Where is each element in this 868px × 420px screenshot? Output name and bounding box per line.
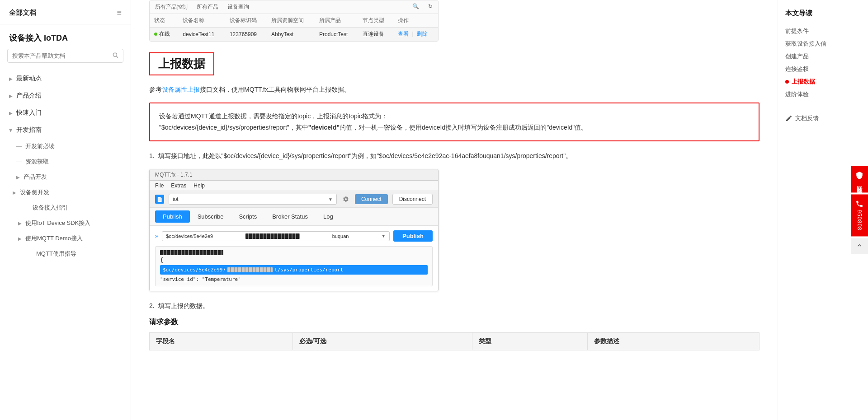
cell-space: AbbyTest <box>267 28 315 41</box>
security-button[interactable]: 网站安全防护 <box>851 166 868 192</box>
mqtt-topic-row: » $oc/devices/5e4e2e9 buquan ▼ Publish <box>155 230 433 242</box>
sidebar: 全部文档 ≡ 设备接入 IoTDA ▶ 最新动态 ▶ 产品介绍 ▶ 快速入门 ▶… <box>0 0 131 420</box>
search-box[interactable] <box>7 49 123 63</box>
sidebar-item-devicedev[interactable]: ▶ 设备侧开发 <box>0 185 131 200</box>
connect-button[interactable]: Connect <box>355 194 388 204</box>
mqtt-topic-input[interactable]: iot ▼ <box>169 194 337 205</box>
info-text-1: 设备若通过MQTT通道上报数据，需要发给指定的topic，上报消息的topic格… <box>159 111 750 133</box>
col-ops: 操作 <box>393 14 438 28</box>
sidebar-item-mqtt-guide[interactable]: MQTT使用指导 <box>0 246 131 261</box>
tab-log[interactable]: Log <box>316 210 341 223</box>
payload-service: "service_id": "Temperature" <box>160 276 428 282</box>
svg-line-1 <box>117 56 118 58</box>
sidebar-item-quickstart[interactable]: ▶ 快速入门 <box>0 104 131 121</box>
hamburger-icon[interactable]: ≡ <box>117 8 122 18</box>
cell-status: 在线 <box>150 28 178 41</box>
sidebar-item-prereq[interactable]: 开发前必读 <box>0 139 131 154</box>
sidebar-item-mqtt-demo[interactable]: ▶ 使用MQTT Demo接入 <box>0 231 131 246</box>
doc-feedback-item[interactable]: 文档反馈 <box>785 114 819 122</box>
col-type: 类型 <box>472 332 588 350</box>
topic-masked <box>245 233 300 239</box>
sidebar-item-devguide[interactable]: ▶ 开发指南 <box>0 121 131 139</box>
toc-item-createproduct[interactable]: 创建产品 <box>785 50 861 63</box>
sidebar-item-resource[interactable]: 资源获取 <box>0 154 131 169</box>
sidebar-item-label: MQTT使用指导 <box>36 250 76 258</box>
step-1: 1. 填写接口地址，此处以"$oc/devices/{device_id}/sy… <box>149 150 760 162</box>
table-row: 在线 deviceTest11 123765909 AbbyTest Produ… <box>150 28 438 41</box>
tab-publish[interactable]: Publish <box>155 210 190 223</box>
arrow-icon: ▶ <box>18 236 22 241</box>
col-code: 设备标识码 <box>225 14 267 28</box>
sidebar-item-productdev[interactable]: ▶ 产品开发 <box>0 169 131 185</box>
phone-btn[interactable]: 950808 <box>851 194 868 236</box>
step-num-2: 2. <box>149 302 155 309</box>
settings-icon[interactable] <box>341 195 350 204</box>
col-field: 字段名 <box>150 332 293 350</box>
sidebar-item-latest[interactable]: ▶ 最新动态 <box>0 70 131 87</box>
security-label: 网站安全防护 <box>855 181 863 187</box>
delete-link[interactable]: 删除 <box>417 31 428 37</box>
toc-item-prereq[interactable]: 前提条件 <box>785 25 861 37</box>
mqtt-payload[interactable]: { $oc/devices/5e4e2e997 l/sys/properties… <box>155 246 433 286</box>
back-to-top-button[interactable] <box>851 238 868 254</box>
active-dot <box>785 80 789 84</box>
file-icon: 📄 <box>155 195 164 204</box>
arrow-icon: ▶ <box>18 221 22 226</box>
col-name: 设备名称 <box>178 14 225 28</box>
sidebar-item-label: 设备侧开发 <box>20 188 49 196</box>
product-title: 设备接入 IoTDA <box>0 24 131 49</box>
toc-label: 进阶体验 <box>785 90 809 98</box>
phone-item[interactable]: 950808 <box>851 194 868 236</box>
security-btn-group: 网站安全防护 <box>851 166 868 192</box>
status-dot <box>154 33 157 36</box>
disconnect-button[interactable]: Disconnect <box>392 194 433 205</box>
arrow-icon: ▶ <box>9 128 14 132</box>
tab-broker-status[interactable]: Broker Status <box>264 210 316 223</box>
tab-scripts[interactable]: Scripts <box>231 210 264 223</box>
doc-tools: 文档反馈 <box>785 114 861 122</box>
toc-item-report[interactable]: 上报数据 <box>785 75 861 88</box>
edit-icon <box>785 115 793 122</box>
topic-value-field[interactable]: $oc/devices/5e4e2e9 buquan ▼ <box>162 231 390 241</box>
svg-point-0 <box>113 53 117 56</box>
topic-suffix: buquan <box>332 233 349 239</box>
sidebar-item-device-guide[interactable]: 设备接入指引 <box>0 200 131 215</box>
col-type: 节点类型 <box>358 14 393 28</box>
payload-highlight-row: $oc/devices/5e4e2e997 l/sys/properties/r… <box>160 265 428 275</box>
col-required: 必选/可选 <box>293 332 472 350</box>
menu-help[interactable]: Help <box>193 182 205 189</box>
screenshot-tab2: 所有产品 <box>197 3 218 11</box>
view-link[interactable]: 查看 <box>398 31 409 37</box>
phone-number: 950808 <box>856 210 863 230</box>
publish-button[interactable]: Publish <box>393 230 433 242</box>
menu-file[interactable]: File <box>155 182 164 189</box>
sidebar-item-label: 开发前必读 <box>25 142 55 150</box>
sidebar-item-label: 最新动态 <box>16 75 42 83</box>
req-params-title: 请求参数 <box>149 317 760 327</box>
cell-ops[interactable]: 查看 | 删除 <box>393 28 438 41</box>
toc-item-getdevice[interactable]: 获取设备接入信 <box>785 37 861 50</box>
toc-item-connect[interactable]: 连接鉴权 <box>785 63 861 75</box>
device-attr-link[interactable]: 设备属性上报 <box>162 86 200 93</box>
chevron-up-icon <box>856 242 863 249</box>
device-table: 状态 设备名称 设备标识码 所属资源空间 所属产品 节点类型 操作 在线 <box>150 14 438 41</box>
toc-label: 前提条件 <box>785 27 809 35</box>
toc-item-advanced[interactable]: 进阶体验 <box>785 88 861 101</box>
col-space: 所属资源空间 <box>267 14 315 28</box>
step-2: 2. 填写上报的数据。 <box>149 300 760 312</box>
status-text: 在线 <box>159 30 170 38</box>
refresh-icon: ↻ <box>428 3 433 11</box>
sidebar-item-product-intro[interactable]: ▶ 产品介绍 <box>0 87 131 104</box>
screenshot-tab1: 所有产品控制 <box>155 3 188 11</box>
search-icon <box>112 52 118 60</box>
payload-brace: { <box>160 257 428 263</box>
toc-label: 连接鉴权 <box>785 65 809 73</box>
highlight-suffix: l/sys/properties/report <box>274 267 343 273</box>
phone-icon <box>855 200 863 208</box>
sidebar-item-iot-sdk[interactable]: ▶ 使用IoT Device SDK接入 <box>0 215 131 231</box>
tab-subscribe[interactable]: Subscribe <box>190 210 231 223</box>
mqtt-topic-value: iot <box>173 196 179 202</box>
menu-extras[interactable]: Extras <box>171 182 186 189</box>
search-input[interactable] <box>12 52 112 59</box>
arrow-icon: ▶ <box>9 93 13 98</box>
